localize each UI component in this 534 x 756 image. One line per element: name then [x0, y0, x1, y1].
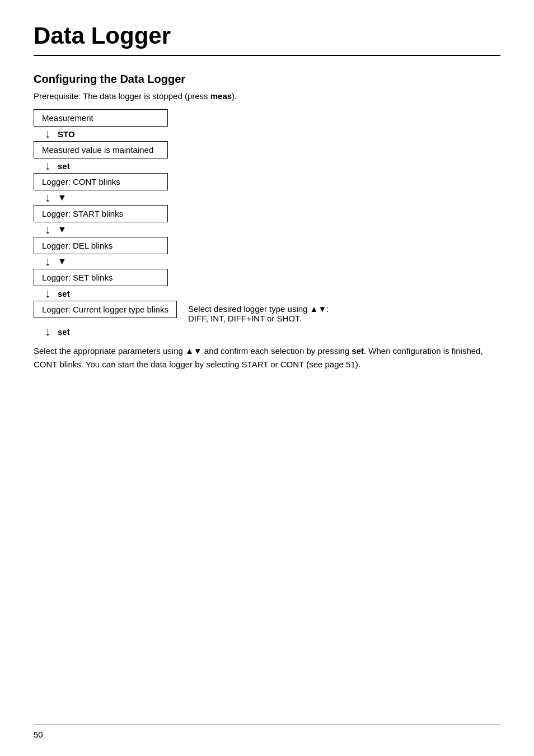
flow-box-start: Logger: START blinks — [34, 205, 168, 222]
flow-arrow-set1: ↓ set — [45, 160, 70, 172]
page-header: Data Logger — [34, 22, 500, 56]
page-title: Data Logger — [34, 22, 500, 49]
arrow-down-icon: ↓ — [45, 255, 51, 268]
arrow-down-icon: ↓ — [45, 128, 51, 140]
section-title: Configuring the Data Logger — [34, 73, 500, 86]
arrow-set1-label: set — [58, 161, 70, 171]
flow-diagram: Measurement ↓ STO Measured value is main… — [34, 109, 500, 339]
arrow-down-icon: ↓ — [45, 160, 51, 172]
flow-arrow-set2: ↓ set — [45, 287, 70, 300]
flow-arrow-tri2: ↓ ▼ — [45, 223, 67, 236]
bottom-text-start: Select the appropriate parameters using … — [34, 346, 352, 356]
section: Configuring the Data Logger Prerequisite… — [34, 73, 500, 371]
flow-row-logger-type: Logger: Current logger type blinks Selec… — [34, 301, 329, 323]
flow-box-cont: Logger: CONT blinks — [34, 173, 168, 190]
page-footer: 50 — [34, 725, 500, 739]
page: Data Logger Configuring the Data Logger … — [0, 0, 534, 756]
prerequisite-end: ). — [232, 91, 237, 101]
bottom-text-bold: set — [352, 346, 364, 356]
arrow-down-icon: ↓ — [45, 192, 51, 204]
prerequisite-bold: meas — [210, 91, 232, 101]
arrow-set3-label: set — [58, 327, 70, 337]
flow-box-logger-type: Logger: Current logger type blinks — [34, 301, 177, 318]
prerequisite-start: Prerequisite: The data logger is stopped… — [34, 91, 210, 101]
flow-arrow-set3: ↓ set — [45, 325, 70, 338]
triangle-icon: ▼ — [58, 225, 67, 235]
triangle-icon: ▼ — [58, 256, 67, 267]
flow-box-del: Logger: DEL blinks — [34, 237, 168, 254]
prerequisite-text: Prerequisite: The data logger is stopped… — [34, 91, 500, 101]
flow-note-logger-type: Select desired logger type using ▲▼:DIFF… — [188, 301, 329, 323]
flow-arrow-sto: ↓ STO — [45, 128, 75, 140]
triangle-icon: ▼ — [58, 193, 67, 203]
arrow-sto-label: STO — [58, 129, 75, 139]
bottom-text: Select the appropriate parameters using … — [34, 344, 493, 371]
arrow-down-icon: ↓ — [45, 287, 51, 300]
flow-arrow-tri1: ↓ ▼ — [45, 192, 67, 204]
arrow-down-icon: ↓ — [45, 223, 51, 236]
arrow-set2-label: set — [58, 289, 70, 298]
page-number: 50 — [34, 730, 43, 739]
flow-box-measured: Measured value is maintained — [34, 141, 168, 158]
flow-box-set-blinks: Logger: SET blinks — [34, 269, 168, 286]
arrow-down-icon: ↓ — [45, 325, 51, 338]
flow-arrow-tri3: ↓ ▼ — [45, 255, 67, 268]
flow-box-measurement: Measurement — [34, 109, 168, 127]
